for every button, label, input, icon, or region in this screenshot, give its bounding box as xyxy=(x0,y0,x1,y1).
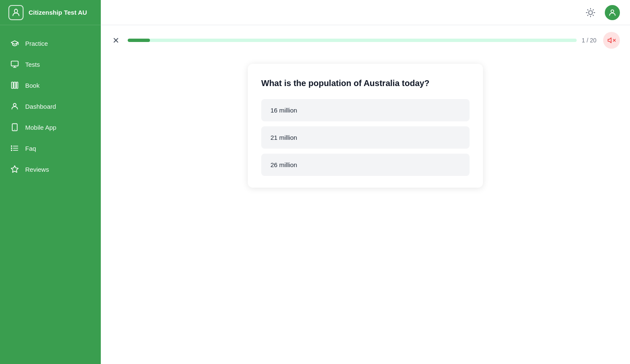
svg-rect-4 xyxy=(16,82,18,89)
sidebar-nav: Practice Tests Book xyxy=(0,25,101,364)
sidebar-label-tests: Tests xyxy=(25,61,40,68)
sidebar-label-faq: Faq xyxy=(25,145,36,152)
sidebar-header: Citizenship Test AU xyxy=(0,0,101,25)
svg-point-13 xyxy=(11,150,12,151)
mobile-icon xyxy=(10,123,19,132)
svg-point-15 xyxy=(588,10,592,14)
sidebar: Citizenship Test AU Practice Tests xyxy=(0,0,101,364)
answer-option-2[interactable]: 21 million xyxy=(261,126,470,149)
svg-line-22 xyxy=(588,15,588,15)
theme-toggle-button[interactable] xyxy=(583,5,598,20)
sidebar-item-faq[interactable]: Faq xyxy=(0,139,101,158)
question-area: What is the population of Australia toda… xyxy=(101,55,630,364)
sidebar-item-practice[interactable]: Practice xyxy=(0,34,101,53)
answer-text-2: 21 million xyxy=(270,134,297,141)
book-icon xyxy=(10,81,19,90)
content-area: 1 / 20 What is the population of Austral… xyxy=(101,25,630,364)
sidebar-item-reviews[interactable]: Reviews xyxy=(0,160,101,179)
person-icon xyxy=(10,102,19,111)
svg-rect-2 xyxy=(12,82,13,89)
main-content: 1 / 20 What is the population of Austral… xyxy=(101,0,630,364)
svg-line-18 xyxy=(588,9,588,10)
app-logo-icon xyxy=(8,5,24,20)
svg-point-0 xyxy=(14,9,17,13)
user-avatar-button[interactable] xyxy=(605,5,620,20)
svg-point-11 xyxy=(11,146,12,147)
svg-marker-27 xyxy=(608,38,612,43)
sidebar-item-tests[interactable]: Tests xyxy=(0,55,101,74)
sidebar-label-reviews: Reviews xyxy=(25,166,49,173)
list-icon xyxy=(10,144,19,153)
question-card: What is the population of Australia toda… xyxy=(248,64,483,188)
mute-audio-button[interactable] xyxy=(603,32,620,49)
sidebar-item-mobile-app[interactable]: Mobile App xyxy=(0,118,101,137)
progress-label: 1 / 20 xyxy=(582,37,596,44)
answer-text-3: 26 million xyxy=(270,161,297,168)
graduation-icon xyxy=(10,39,19,48)
progress-bar-track xyxy=(128,39,577,42)
monitor-icon xyxy=(10,60,19,69)
svg-point-12 xyxy=(11,148,12,149)
sidebar-item-book[interactable]: Book xyxy=(0,76,101,95)
svg-point-24 xyxy=(611,10,614,13)
quiz-header: 1 / 20 xyxy=(101,25,630,55)
answer-text-1: 16 million xyxy=(270,107,297,114)
sidebar-label-book: Book xyxy=(25,82,39,89)
close-quiz-button[interactable] xyxy=(111,35,121,45)
svg-line-23 xyxy=(593,9,593,10)
topbar xyxy=(101,0,630,25)
sidebar-label-dashboard: Dashboard xyxy=(25,103,56,110)
sidebar-label-mobile-app: Mobile App xyxy=(25,124,56,131)
svg-line-19 xyxy=(593,15,593,15)
sidebar-label-practice: Practice xyxy=(25,40,48,47)
progress-bar-fill xyxy=(128,39,150,42)
answer-option-3[interactable]: 26 million xyxy=(261,154,470,176)
question-text: What is the population of Australia toda… xyxy=(261,77,470,89)
app-title: Citizenship Test AU xyxy=(29,9,87,16)
progress-container: 1 / 20 xyxy=(128,37,596,44)
star-icon xyxy=(10,165,19,174)
svg-rect-3 xyxy=(14,82,16,89)
svg-rect-6 xyxy=(12,124,17,131)
svg-marker-14 xyxy=(11,166,18,173)
svg-rect-1 xyxy=(11,61,18,66)
sidebar-item-dashboard[interactable]: Dashboard xyxy=(0,97,101,116)
svg-point-5 xyxy=(13,103,16,106)
answer-option-1[interactable]: 16 million xyxy=(261,99,470,121)
